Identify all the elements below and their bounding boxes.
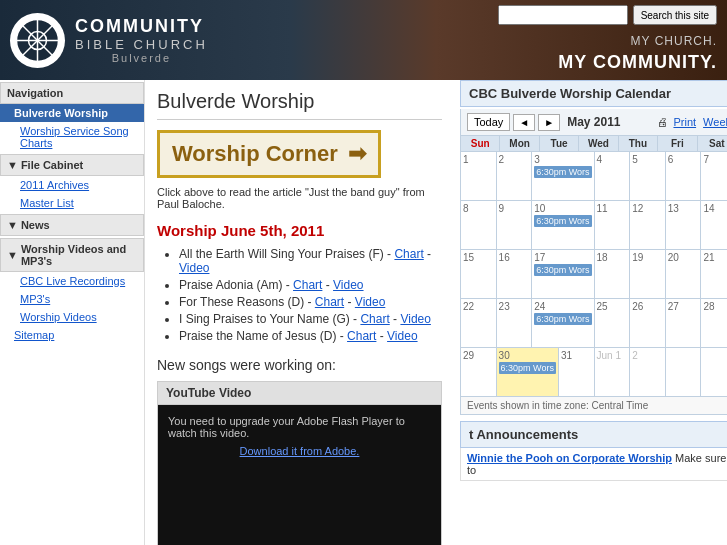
- cal-cell[interactable]: 5: [630, 152, 666, 200]
- calendar-toolbar: Today ◄ ► May 2011 🖨 Print Week: [460, 109, 727, 136]
- cal-cell[interactable]: 29: [461, 348, 497, 396]
- main-layout: Navigation Bulverde Worship Worship Serv…: [0, 80, 727, 545]
- right-column: CBC Bulverde Worship Calendar Today ◄ ► …: [454, 80, 727, 545]
- cal-day-header: Wed: [579, 136, 618, 151]
- cal-cell[interactable]: 28: [701, 299, 727, 347]
- cal-day-header: Thu: [619, 136, 658, 151]
- cal-next-button[interactable]: ►: [538, 114, 560, 131]
- cal-cell[interactable]: 11: [595, 201, 631, 249]
- video-link[interactable]: Video: [355, 295, 385, 309]
- sidebar-toggle-news[interactable]: ▼ News: [0, 214, 144, 236]
- cal-week-button[interactable]: Week: [703, 116, 727, 128]
- cal-print-button[interactable]: Print: [673, 116, 696, 128]
- site-header: COMMUNITY BIBLE CHURCH Bulverde Search t…: [0, 0, 727, 80]
- cal-cell[interactable]: 106:30pm Wors: [532, 201, 594, 249]
- sidebar-toggle-videos-mp3[interactable]: ▼ Worship Videos and MP3's: [0, 238, 144, 272]
- cal-cell[interactable]: 26: [630, 299, 666, 347]
- cal-cell[interactable]: 246:30pm Wors: [532, 299, 594, 347]
- cal-event[interactable]: 6:30pm Wors: [534, 264, 591, 276]
- cal-week: 2223246:30pm Wors25262728: [461, 298, 727, 347]
- cal-cell[interactable]: 23: [497, 299, 533, 347]
- cal-cell[interactable]: 15: [461, 250, 497, 298]
- cal-day-header: Sun: [461, 136, 500, 151]
- cal-cell[interactable]: 13: [666, 201, 702, 249]
- sidebar-item-2011-archives[interactable]: 2011 Archives: [0, 176, 144, 194]
- song-item: Praise Adonia (Am) - Chart - Video: [179, 278, 442, 292]
- sidebar-item-master-list[interactable]: Master List: [0, 194, 144, 212]
- cal-cell[interactable]: 22: [461, 299, 497, 347]
- cal-days-header: SunMonTueWedThuFriSat: [461, 136, 727, 151]
- cal-event[interactable]: 6:30pm Wors: [534, 166, 591, 178]
- nav-header: Navigation: [0, 82, 144, 104]
- cal-event[interactable]: 6:30pm Wors: [499, 362, 556, 374]
- cal-cell[interactable]: 25: [595, 299, 631, 347]
- cal-event[interactable]: 6:30pm Wors: [534, 215, 591, 227]
- cal-week: 29306:30pm Wors31Jun 12: [461, 347, 727, 396]
- cal-cell[interactable]: 2: [630, 348, 666, 396]
- cal-weeks: 1236:30pm Wors456789106:30pm Wors1112131…: [461, 151, 727, 396]
- cal-cell[interactable]: 1: [461, 152, 497, 200]
- video-link[interactable]: Video: [387, 329, 417, 343]
- cal-cell[interactable]: 306:30pm Wors: [497, 348, 559, 396]
- cal-cell[interactable]: 12: [630, 201, 666, 249]
- cal-cell[interactable]: 176:30pm Wors: [532, 250, 594, 298]
- sidebar-item-bulverde-worship[interactable]: Bulverde Worship: [0, 104, 144, 122]
- cal-cell[interactable]: 21: [701, 250, 727, 298]
- youtube-box-header: YouTube Video: [158, 382, 441, 405]
- cal-cell[interactable]: 4: [595, 152, 631, 200]
- cal-timezone: Events shown in time zone: Central Time: [460, 397, 727, 415]
- chart-link[interactable]: Chart: [347, 329, 376, 343]
- triangle-icon-videos: ▼: [7, 249, 18, 261]
- video-link[interactable]: Video: [333, 278, 363, 292]
- adobe-link[interactable]: Download it from Adobe.: [240, 445, 360, 457]
- worship-date: Worship June 5th, 2011: [157, 222, 442, 239]
- cal-cell[interactable]: 2: [497, 152, 533, 200]
- cal-cell[interactable]: 6: [666, 152, 702, 200]
- chart-link[interactable]: Chart: [394, 247, 423, 261]
- cal-cell[interactable]: 9: [497, 201, 533, 249]
- cal-cell[interactable]: 19: [630, 250, 666, 298]
- video-link[interactable]: Video: [400, 312, 430, 326]
- cal-today-button[interactable]: Today: [467, 113, 510, 131]
- cal-cell[interactable]: 14: [701, 201, 727, 249]
- cal-cell[interactable]: 18: [595, 250, 631, 298]
- cal-prev-button[interactable]: ◄: [513, 114, 535, 131]
- chart-link[interactable]: Chart: [293, 278, 322, 292]
- new-songs-label: New songs were working on:: [157, 357, 442, 373]
- logo-area: COMMUNITY BIBLE CHURCH Bulverde: [10, 13, 208, 68]
- sidebar-item-sitemap[interactable]: Sitemap: [0, 326, 144, 344]
- announcement-title[interactable]: Winnie the Pooh on Corporate Worship: [467, 452, 672, 464]
- main-content: Bulverde Worship Worship Corner ➡ Click …: [145, 80, 454, 545]
- youtube-box-body: You need to upgrade your Adobe Flash Pla…: [158, 405, 441, 545]
- cal-cell: [701, 348, 727, 396]
- cal-cell[interactable]: Jun 1: [595, 348, 631, 396]
- cal-cell[interactable]: 16: [497, 250, 533, 298]
- cal-cell[interactable]: 8: [461, 201, 497, 249]
- cal-event[interactable]: 6:30pm Wors: [534, 313, 591, 325]
- worship-corner-banner[interactable]: Worship Corner ➡: [157, 130, 381, 178]
- logo-bulverde: Bulverde: [75, 52, 208, 64]
- sidebar-item-worship-videos[interactable]: Worship Videos: [0, 308, 144, 326]
- search-button[interactable]: Search this site: [633, 5, 717, 25]
- calendar-grid: SunMonTueWedThuFriSat 1236:30pm Wors4567…: [460, 136, 727, 397]
- worship-corner-caption: Click above to read the article "Just th…: [157, 186, 442, 210]
- cal-week: 1516176:30pm Wors18192021: [461, 249, 727, 298]
- cal-cell[interactable]: 27: [666, 299, 702, 347]
- sidebar-item-worship-charts[interactable]: Worship Service Song Charts: [0, 122, 144, 152]
- cal-cell[interactable]: 20: [666, 250, 702, 298]
- announcements-header: t Announcements: [460, 421, 727, 448]
- cal-cell[interactable]: 7: [701, 152, 727, 200]
- cal-day-header: Tue: [540, 136, 579, 151]
- worship-corner-label: Worship Corner: [172, 141, 338, 167]
- cal-cell[interactable]: 36:30pm Wors: [532, 152, 594, 200]
- search-input[interactable]: [498, 5, 628, 25]
- logo-community: COMMUNITY: [75, 16, 208, 37]
- sidebar-toggle-file-cabinet[interactable]: ▼ File Cabinet: [0, 154, 144, 176]
- sidebar-item-cbc-live[interactable]: CBC Live Recordings: [0, 272, 144, 290]
- chart-link[interactable]: Chart: [315, 295, 344, 309]
- sidebar-item-mp3[interactable]: MP3's: [0, 290, 144, 308]
- chart-link[interactable]: Chart: [360, 312, 389, 326]
- song-item: Praise the Name of Jesus (D) - Chart - V…: [179, 329, 442, 343]
- video-link[interactable]: Video: [179, 261, 209, 275]
- cal-cell[interactable]: 31: [559, 348, 595, 396]
